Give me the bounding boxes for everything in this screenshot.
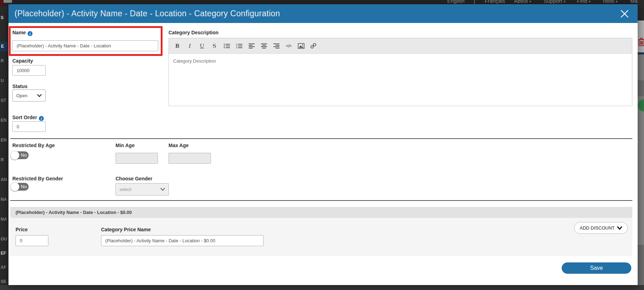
max-age-input	[169, 153, 211, 164]
section-divider	[10, 200, 632, 201]
choose-gender-label: Choose Gender	[116, 176, 152, 181]
nav-link-francais: Français	[485, 0, 505, 4]
section-divider	[10, 138, 632, 139]
max-age-label: Max Age	[169, 143, 189, 148]
nav-menu-tools: Tools▾	[602, 0, 618, 4]
editor-placeholder: Category Description	[173, 58, 216, 64]
sidebar-fragment: R	[1, 157, 4, 162]
price-section-body: Price Category Price Name ADD DISCOUNT	[10, 218, 632, 256]
category-description-label: Category Description	[169, 30, 219, 35]
align-left-icon[interactable]	[248, 42, 255, 50]
sidebar-fragment: NA	[1, 217, 7, 222]
category-price-name-label: Category Price Name	[101, 227, 151, 232]
restricted-by-age-toggle[interactable]: No	[11, 151, 29, 159]
choose-gender-select: select	[116, 183, 169, 196]
italic-icon[interactable]: I	[186, 42, 194, 50]
nav-separator: |	[474, 0, 475, 4]
ordered-list-icon[interactable]	[235, 42, 243, 50]
min-age-input	[116, 153, 158, 164]
align-center-icon[interactable]	[260, 42, 268, 50]
price-section-header: (Placeholder) - Activity Name - Date - L…	[10, 207, 632, 218]
add-discount-button[interactable]: ADD DISCOUNT	[574, 222, 628, 234]
category-configuration-modal: (Placeholder) - Activity Name - Date - L…	[8, 4, 638, 285]
price-label: Price	[16, 227, 28, 232]
sidebar-accent-block	[0, 0, 3, 6]
info-icon[interactable]: i	[28, 31, 33, 36]
sidebar-fragment: U	[1, 78, 4, 83]
sidebar-fragment: NA	[1, 197, 7, 202]
editor-toolbar: B I U S	[169, 38, 632, 54]
restricted-by-age-label: Restricted By Age	[12, 143, 55, 148]
nav-menu-support: Support▾	[544, 0, 566, 4]
restricted-by-gender-toggle[interactable]: No	[11, 183, 29, 191]
background-block	[4, 0, 12, 3]
price-section: (Placeholder) - Activity Name - Date - L…	[10, 207, 632, 256]
modal-body: Namei Capacity Status Open Sort Orderi C…	[8, 23, 638, 285]
name-input[interactable]	[12, 40, 158, 51]
background-sidebar: S E R U ST EN EN R AN NA NA OU EF AF SE …	[0, 6, 8, 285]
toggle-knob	[10, 151, 19, 160]
nav-menu-find: Find▾	[577, 0, 591, 4]
sidebar-fragment: OU	[1, 237, 7, 242]
price-input[interactable]	[16, 235, 48, 246]
screen: English | Français About▾ Support▾ Find▾…	[0, 0, 644, 290]
align-right-icon[interactable]	[272, 42, 280, 50]
sort-order-input[interactable]	[12, 121, 46, 132]
sidebar-fragment: EN	[1, 118, 7, 123]
chevron-down-icon	[37, 94, 42, 97]
nav-link-english: English	[447, 0, 465, 4]
sidebar-fragment: S	[1, 15, 4, 20]
category-description-editor: B I U S	[169, 38, 632, 106]
strikethrough-icon[interactable]: S	[211, 42, 218, 50]
sidebar-fragment: ST	[1, 98, 6, 103]
name-label: Namei	[12, 30, 33, 36]
chevron-down-icon: ▾	[589, 0, 591, 4]
sidebar-fragment: AN	[1, 177, 7, 182]
sidebar-fragment: EN	[1, 138, 7, 143]
toggle-state-label: No	[21, 184, 27, 189]
restricted-by-gender-label: Restricted By Gender	[12, 176, 63, 181]
toggle-knob	[10, 182, 19, 191]
chevron-down-icon	[160, 188, 165, 191]
modal-header: (Placeholder) - Activity Name - Date - L…	[8, 4, 638, 23]
save-button[interactable]: Save	[562, 262, 631, 274]
chevron-down-icon	[617, 226, 622, 230]
nav-menu-about: About▾	[514, 0, 531, 4]
modal-title: (Placeholder) - Activity Name - Date - L…	[14, 9, 280, 18]
capacity-label: Capacity	[12, 58, 33, 64]
category-price-name-input[interactable]	[101, 235, 264, 246]
sidebar-fragment: AF	[1, 265, 6, 270]
sidebar-selected-item: E	[0, 42, 8, 51]
underline-icon[interactable]: U	[198, 42, 206, 50]
background-content-edge	[638, 0, 644, 290]
chevron-down-icon: ▾	[616, 0, 618, 4]
status-select[interactable]: Open	[12, 89, 46, 102]
info-icon[interactable]: i	[39, 116, 44, 121]
chevron-down-icon: ▾	[529, 0, 531, 4]
min-age-label: Min Age	[116, 143, 135, 148]
sidebar-fragment: R	[1, 58, 4, 63]
capacity-input[interactable]	[12, 65, 46, 76]
sidebar-fragment: EF	[1, 251, 6, 256]
code-icon[interactable]: </>	[285, 42, 293, 50]
category-description-textarea[interactable]: Category Description	[169, 54, 632, 106]
trash-icon	[638, 37, 644, 46]
chevron-down-icon: ▾	[564, 0, 566, 4]
image-icon[interactable]	[297, 42, 305, 50]
link-icon[interactable]	[309, 42, 317, 50]
sort-order-label: Sort Orderi	[12, 115, 44, 121]
sidebar-fragment: SE	[1, 279, 6, 284]
bold-icon[interactable]: B	[173, 42, 181, 50]
close-icon[interactable]	[620, 9, 630, 19]
unordered-list-icon[interactable]	[223, 42, 231, 50]
background-bottom	[0, 285, 644, 290]
toggle-state-label: No	[21, 152, 27, 158]
status-label: Status	[12, 83, 28, 89]
